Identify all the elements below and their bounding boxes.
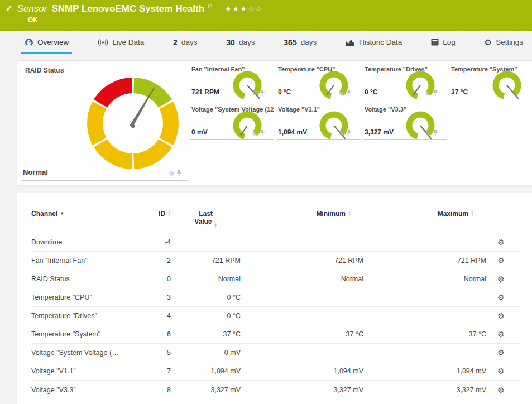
table-row: Voltage "V1.1" 7 1,094 mV 1,094 mV 1,094… [31, 362, 521, 381]
log-list-icon [431, 39, 439, 46]
divider [277, 99, 361, 99]
pin-icon[interactable] [260, 90, 265, 97]
tab-historic-data[interactable]: Historic Data [342, 32, 405, 54]
last-value: 0 °C [171, 312, 241, 320]
channel-id: -4 [143, 238, 171, 246]
channel-gear-icon[interactable]: ⚙ [338, 131, 344, 137]
voltage-v11-gauge-cell: Voltage "V1.1" 1,094 mV ⚙ [277, 105, 361, 140]
sensor-header: ✓ Sensor SNMP LenovoEMC System Health ⚐ … [0, 0, 532, 31]
pin-icon[interactable] [346, 130, 352, 137]
gauge-value: 0 mV [191, 128, 208, 136]
divider [450, 99, 532, 99]
channel-name: Downtime [31, 238, 143, 246]
tab-settings-label: Settings [496, 38, 523, 46]
channel-id: 8 [143, 386, 171, 394]
tab-30-days-unit: days [239, 38, 255, 46]
column-header-maximum[interactable]: Maximum ▲▼ [363, 210, 486, 218]
minimum-value: Normal [241, 275, 363, 283]
gauge-icon [25, 38, 33, 47]
last-value: 721 RPM [171, 257, 241, 264]
table-row: Downtime -4 ⚙ [31, 233, 521, 252]
last-value: Normal [171, 275, 241, 283]
channel-id: 5 [143, 349, 171, 357]
divider [363, 139, 447, 140]
channel-settings-icon[interactable]: ⚙ [497, 366, 506, 376]
sort-caret-icon: ▼ [60, 211, 64, 216]
gauge-value: Normal [23, 168, 48, 176]
column-header-minimum[interactable]: Minimum ▲▼ [241, 210, 363, 218]
gauge-value: 37 °C [451, 88, 468, 96]
channel-id: 3 [143, 294, 171, 301]
area-chart-icon [346, 39, 355, 46]
sort-icon: ▲▼ [471, 211, 474, 217]
table-row: RAID Status 0 Normal Normal Normal ⚙ [31, 270, 521, 288]
last-value: 0 °C [171, 294, 241, 301]
raid-status-gauge [80, 70, 186, 176]
broadcast-icon [98, 39, 108, 46]
channel-settings-icon[interactable]: ⚙ [497, 256, 506, 266]
priority-flag-icon[interactable]: ⚐ [207, 3, 213, 10]
pin-icon[interactable] [176, 170, 182, 177]
channel-name: Voltage "V3.3" [31, 386, 143, 394]
tab-2-days[interactable]: 2 days [170, 32, 200, 54]
tab-365-days[interactable]: 365 days [280, 32, 320, 54]
channel-gear-icon[interactable]: ⚙ [425, 131, 430, 137]
channel-settings-icon[interactable]: ⚙ [497, 237, 506, 247]
channel-gear-icon[interactable]: ⚙ [169, 171, 174, 177]
divider [363, 99, 447, 99]
tab-live-data[interactable]: Live Data [94, 32, 147, 54]
channel-id: 4 [143, 312, 171, 320]
divider [277, 139, 361, 140]
column-header-last-value[interactable]: LastValue ▲▼ [171, 210, 241, 227]
minimum-value: 721 RPM [241, 257, 363, 264]
sort-icon: ▲▼ [167, 211, 171, 217]
pin-icon[interactable] [346, 90, 352, 97]
gauge-value: 0 °C [365, 88, 377, 96]
channel-settings-icon[interactable]: ⚙ [497, 384, 506, 395]
temperature-cpu-gauge-cell: Temperature "CPU" 0 °C ⚙ [277, 65, 361, 99]
tab-log-label: Log [443, 38, 456, 46]
channel-gear-icon[interactable]: ⚙ [425, 90, 430, 97]
minimum-value: 37 °C [241, 330, 363, 338]
gauge-value: 1,094 mV [278, 128, 307, 136]
tab-log[interactable]: Log [428, 32, 459, 54]
pin-icon[interactable] [433, 130, 438, 137]
tab-overview[interactable]: Overview [21, 32, 72, 54]
voltage-v33-gauge-cell: Voltage "V3.3" 3,327 mV ⚙ [363, 105, 447, 140]
priority-stars[interactable]: ★★★☆☆ [225, 4, 263, 13]
tab-live-data-label: Live Data [112, 38, 144, 46]
column-header-channel[interactable]: Channel ▼ [31, 210, 143, 218]
channel-settings-icon[interactable]: ⚙ [497, 311, 506, 321]
channel-settings-icon[interactable]: ⚙ [497, 274, 506, 284]
channel-name: RAID Status [31, 275, 143, 283]
tab-30-days[interactable]: 30 days [223, 32, 258, 54]
channel-name: Temperature "Drives" [31, 312, 143, 320]
table-row: Temperature "CPU" 3 0 °C ⚙ [31, 288, 521, 307]
maximum-value: Normal [363, 275, 486, 283]
channel-settings-icon[interactable]: ⚙ [497, 292, 506, 302]
raid-status-gauge-cell: RAID Status Normal ⚙ [17, 61, 188, 186]
page-title: SNMP LenovoEMC System Health [51, 3, 204, 15]
channel-name: Voltage "System Voltage (… [31, 349, 143, 357]
maximum-value: 721 RPM [363, 257, 486, 264]
channel-name: Fan "Internal Fan" [31, 257, 143, 264]
object-kind-label: Sensor [17, 3, 47, 15]
channel-id: 6 [143, 330, 171, 338]
channel-settings-icon[interactable]: ⚙ [497, 329, 506, 339]
channel-id: 0 [143, 275, 171, 283]
maximum-value: 1,094 mV [363, 367, 486, 375]
channel-gear-icon[interactable]: ⚙ [338, 90, 344, 97]
channel-gear-icon[interactable]: ⚙ [252, 90, 257, 97]
channel-gear-icon[interactable]: ⚙ [252, 131, 257, 137]
channel-settings-icon[interactable]: ⚙ [497, 348, 506, 358]
table-row: Voltage "System Voltage (… 5 0 mV ⚙ [31, 344, 521, 362]
tab-settings[interactable]: ⚙ Settings [481, 32, 526, 54]
voltage-system-gauge-cell: Voltage "System Voltage (12… 0 mV ⚙ [190, 105, 274, 140]
last-value: 37 °C [171, 330, 241, 338]
pin-icon[interactable] [433, 90, 438, 97]
status-ok-check-icon: ✓ [6, 3, 13, 13]
column-header-id[interactable]: ID ▲▼ [143, 210, 171, 218]
pin-icon[interactable] [260, 130, 265, 137]
gauge-value: 721 RPM [191, 88, 219, 96]
gauge-title: Voltage "V3.3" [365, 106, 406, 113]
